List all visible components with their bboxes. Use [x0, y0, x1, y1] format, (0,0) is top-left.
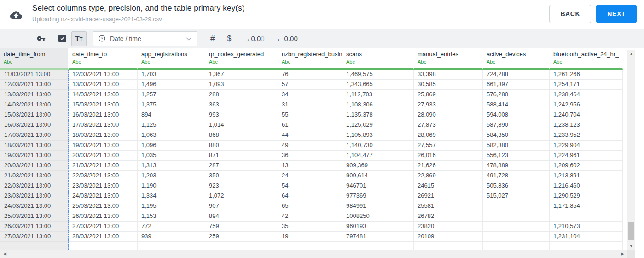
- table-cell[interactable]: 868: [205, 130, 278, 141]
- table-cell[interactable]: 1,254,171: [550, 80, 623, 90]
- table-cell[interactable]: 515,027: [483, 191, 550, 201]
- table-cell[interactable]: 588,414: [483, 100, 550, 110]
- table-cell[interactable]: 1,104,477: [342, 151, 414, 161]
- table-cell[interactable]: 977369: [342, 191, 414, 201]
- table-cell[interactable]: 724,288: [483, 70, 550, 80]
- table-cell[interactable]: 27/03/2021 13:00: [0, 232, 69, 242]
- table-cell[interactable]: 1,209,602: [550, 161, 623, 171]
- table-cell[interactable]: 24/03/2021 13:00: [69, 191, 138, 201]
- table-cell[interactable]: [205, 242, 278, 250]
- table-cell[interactable]: [278, 242, 342, 250]
- column-header-qr_codes_generated[interactable]: qr_codes_generatedAbc: [205, 48, 278, 70]
- table-cell[interactable]: 907: [205, 201, 278, 211]
- vertical-scroll-thumb[interactable]: [628, 222, 634, 240]
- decrease-decimal-button[interactable]: ←0.00: [277, 35, 298, 42]
- table-cell[interactable]: 1,238,123: [550, 120, 623, 130]
- table-cell[interactable]: 1,224,961: [550, 151, 623, 161]
- table-cell[interactable]: 1,334: [138, 191, 205, 201]
- table-cell[interactable]: 11/03/2021 13:00: [0, 70, 69, 80]
- column-header-date_time_from[interactable]: date_time_fromAbc: [0, 48, 69, 70]
- table-cell[interactable]: 1,072: [205, 191, 278, 201]
- table-cell[interactable]: 1,469,575: [342, 70, 414, 80]
- table-cell[interactable]: 1,290,529: [550, 191, 623, 201]
- table-cell[interactable]: 594,008: [483, 110, 550, 120]
- column-header-bluetooth_active_24_hr_[interactable]: bluetooth_active_24_hr_Abc: [550, 48, 623, 70]
- table-cell[interactable]: 556,123: [483, 151, 550, 161]
- table-cell[interactable]: 1,213,891: [550, 171, 623, 181]
- table-cell[interactable]: 1,216,460: [550, 181, 623, 191]
- column-header-scans[interactable]: scansAbc: [342, 48, 414, 70]
- table-cell[interactable]: 22,869: [414, 171, 483, 181]
- table-cell[interactable]: 21,626: [414, 161, 483, 171]
- table-cell[interactable]: 1,233,952: [550, 130, 623, 141]
- table-cell[interactable]: [483, 222, 550, 232]
- table-cell[interactable]: 25/03/2021 13:00: [0, 211, 69, 222]
- table-cell[interactable]: 17/03/2021 13:00: [0, 130, 69, 141]
- table-cell[interactable]: 28/03/2021 13:00: [69, 232, 138, 242]
- table-cell[interactable]: 23/03/2021 13:00: [0, 191, 69, 201]
- table-cell[interactable]: 19/03/2021 13:00: [69, 141, 138, 151]
- table-cell[interactable]: 24615: [414, 181, 483, 191]
- type-select[interactable]: Date / time: [93, 31, 197, 46]
- table-cell[interactable]: 1,135,378: [342, 110, 414, 120]
- table-cell[interactable]: [342, 242, 414, 250]
- table-cell[interactable]: 576,280: [483, 90, 550, 100]
- table-cell[interactable]: 12/03/2021 13:00: [0, 80, 69, 90]
- table-cell[interactable]: 584,350: [483, 130, 550, 141]
- table-cell[interactable]: 1,140,730: [342, 141, 414, 151]
- table-cell[interactable]: 49: [278, 141, 342, 151]
- table-cell[interactable]: 1,195: [138, 201, 205, 211]
- table-cell[interactable]: 1,190: [138, 181, 205, 191]
- table-cell[interactable]: 21/03/2021 13:00: [0, 171, 69, 181]
- table-cell[interactable]: 44: [278, 130, 342, 141]
- table-cell[interactable]: 21/03/2021 13:00: [69, 161, 138, 171]
- table-cell[interactable]: 25581: [414, 201, 483, 211]
- table-cell[interactable]: 1,261,266: [550, 70, 623, 80]
- table-cell[interactable]: 1,093: [205, 80, 278, 90]
- back-button[interactable]: BACK: [549, 5, 591, 23]
- table-cell[interactable]: 772: [138, 222, 205, 232]
- table-cell[interactable]: [550, 242, 623, 250]
- text-type-button[interactable]: Tt: [71, 31, 87, 46]
- column-header-manual_entries[interactable]: manual_entriesAbc: [414, 48, 483, 70]
- table-cell[interactable]: 587,890: [483, 120, 550, 130]
- number-type-button[interactable]: #: [210, 34, 215, 43]
- table-cell[interactable]: 24/03/2021 13:00: [0, 201, 69, 211]
- table-cell[interactable]: 14/03/2021 13:00: [69, 90, 138, 100]
- table-cell[interactable]: 36: [278, 151, 342, 161]
- table-cell[interactable]: 28,069: [414, 130, 483, 141]
- table-cell[interactable]: 797481: [342, 232, 414, 242]
- increase-decimal-button[interactable]: →0.00: [243, 35, 264, 42]
- table-cell[interactable]: 13/03/2021 13:00: [0, 90, 69, 100]
- table-cell[interactable]: [550, 211, 623, 222]
- table-cell[interactable]: 1,125: [138, 120, 205, 130]
- table-cell[interactable]: 1,063: [138, 130, 205, 141]
- table-cell[interactable]: 1,203: [138, 171, 205, 181]
- table-cell[interactable]: 15/03/2021 13:00: [69, 100, 138, 110]
- table-cell[interactable]: 13/03/2021 13:00: [69, 80, 138, 90]
- table-cell[interactable]: 1008250: [342, 211, 414, 222]
- table-cell[interactable]: 894: [138, 110, 205, 120]
- table-cell[interactable]: 19/03/2021 13:00: [0, 151, 69, 161]
- table-cell[interactable]: 42: [278, 211, 342, 222]
- table-cell[interactable]: [483, 211, 550, 222]
- column-header-active_devices[interactable]: active_devicesAbc: [483, 48, 550, 70]
- table-cell[interactable]: 939: [138, 232, 205, 242]
- table-cell[interactable]: 65: [278, 201, 342, 211]
- table-cell[interactable]: [0, 242, 69, 250]
- table-cell[interactable]: 505,836: [483, 181, 550, 191]
- table-cell[interactable]: 491,728: [483, 171, 550, 181]
- vertical-scrollbar[interactable]: ▲ ▼: [627, 50, 635, 250]
- table-cell[interactable]: 1,105,893: [342, 130, 414, 141]
- table-cell[interactable]: 1,313: [138, 161, 205, 171]
- table-cell[interactable]: 18/03/2021 13:00: [69, 130, 138, 141]
- table-cell[interactable]: 64: [278, 191, 342, 201]
- table-cell[interactable]: 13: [278, 161, 342, 171]
- table-cell[interactable]: 1,125,029: [342, 120, 414, 130]
- table-cell[interactable]: 909,614: [342, 171, 414, 181]
- table-cell[interactable]: 880: [205, 141, 278, 151]
- table-cell[interactable]: 54: [278, 181, 342, 191]
- table-cell[interactable]: 28,090: [414, 110, 483, 120]
- table-cell[interactable]: 15/03/2021 13:00: [0, 110, 69, 120]
- table-cell[interactable]: [483, 242, 550, 250]
